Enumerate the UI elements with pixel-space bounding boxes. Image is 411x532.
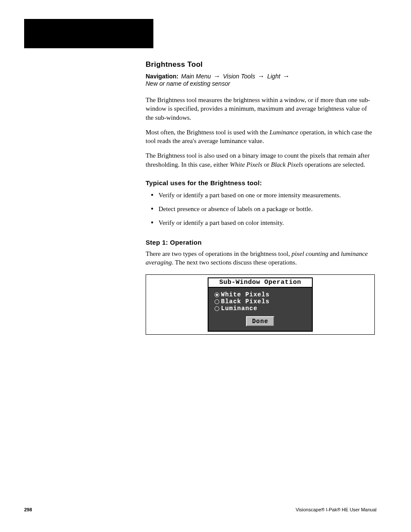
typical-uses-heading: Typical uses for the Brightness tool: <box>146 179 375 187</box>
paragraph: Most often, the Brightness tool is used … <box>146 128 375 146</box>
text-em: pixel counting <box>292 250 328 257</box>
radio-luminance[interactable]: Luminance <box>215 305 306 312</box>
nav-part: New or name of existing sensor <box>146 80 230 87</box>
arrow-right-icon: → <box>258 72 265 80</box>
text-run: operations are selected. <box>303 161 365 168</box>
text-run: There are two types of operations in the… <box>146 250 292 257</box>
section-title: Brightness Tool <box>146 60 375 69</box>
radio-icon <box>215 299 219 304</box>
radio-label: Luminance <box>221 305 258 312</box>
subwindow-body: White Pixels Black Pixels Luminance Done <box>209 288 312 331</box>
navigation-label: Navigation: <box>146 73 178 80</box>
text-em: White Pixels <box>230 161 262 168</box>
page-footer: 298 Visionscape® I-Pak® HE User Manual <box>24 507 377 512</box>
radio-label: White Pixels <box>221 291 270 298</box>
radio-icon <box>215 306 219 311</box>
nav-part: Vision Tools <box>223 73 255 80</box>
list-item: Verify or identify a part based on one o… <box>159 191 375 199</box>
chapter-header-block <box>24 19 153 48</box>
radio-black-pixels[interactable]: Black Pixels <box>215 298 306 305</box>
subwindow-title: Sub-Window Operation <box>209 278 312 288</box>
body-column: Brightness Tool Navigation: Main Menu → … <box>146 48 375 335</box>
paragraph: The Brightness tool measures the brightn… <box>146 96 375 122</box>
arrow-right-icon: → <box>214 72 221 80</box>
nav-part: Main Menu <box>181 73 211 80</box>
radio-white-pixels[interactable]: White Pixels <box>215 291 306 298</box>
typical-uses-list: Verify or identify a part based on one o… <box>146 191 375 227</box>
text-run: . The next two sections discuss these op… <box>172 259 297 266</box>
arrow-right-icon: → <box>283 72 290 80</box>
subwindow-figure: Sub-Window Operation White Pixels Black … <box>146 274 375 335</box>
done-button[interactable]: Done <box>246 316 274 327</box>
paragraph: The Brightness tool is also used on a bi… <box>146 151 375 169</box>
text-em: Black Pixels <box>271 161 303 168</box>
text-run: Most often, the Brightness tool is used … <box>146 129 269 136</box>
text-run: or <box>262 161 271 168</box>
navigation-path: Navigation: Main Menu → Vision Tools → L… <box>146 72 375 87</box>
page-number: 298 <box>24 507 32 512</box>
subwindow-dialog: Sub-Window Operation White Pixels Black … <box>208 277 313 332</box>
radio-icon <box>215 292 219 297</box>
paragraph: There are two types of operations in the… <box>146 249 375 267</box>
list-item: Detect presence or absence of labels on … <box>159 205 375 213</box>
radio-label: Black Pixels <box>221 298 270 305</box>
nav-part: Light <box>267 73 280 80</box>
list-item: Verify or identify a part based on color… <box>159 218 375 227</box>
text-run: and <box>328 250 341 257</box>
footer-doc-title: Visionscape® I-Pak® HE User Manual <box>296 507 377 512</box>
step-heading: Step 1: Operation <box>146 239 375 246</box>
radio-dot-icon <box>216 294 218 296</box>
text-em: Luminance <box>269 129 298 136</box>
